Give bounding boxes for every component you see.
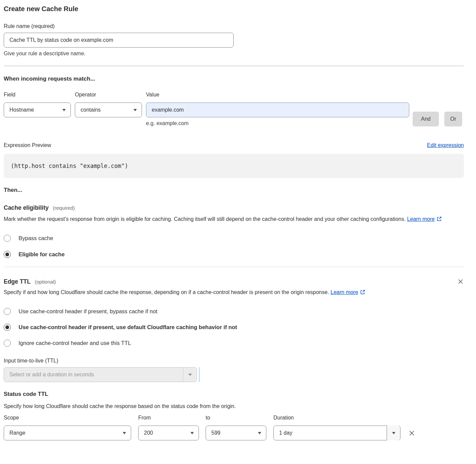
- scope-select[interactable]: Range: [4, 426, 131, 440]
- close-icon: [457, 281, 464, 286]
- chevron-down-icon: [62, 109, 66, 111]
- match-condition-row: Field Hostname Operator contains Value e…: [4, 91, 464, 126]
- then-heading: Then...: [4, 187, 464, 194]
- external-link-icon: [437, 215, 442, 225]
- chevron-down-icon: [123, 432, 126, 434]
- rule-name-help: Give your rule a descriptive name.: [4, 50, 464, 57]
- radio-option-bypass-cache[interactable]: Bypass cache: [4, 235, 464, 242]
- edge-ttl-optional-note: (optional): [35, 279, 56, 285]
- field-select[interactable]: Hostname: [4, 103, 71, 117]
- chevron-down-icon: [133, 109, 137, 111]
- cache-eligibility-required-note: (required): [53, 205, 75, 211]
- duration-select-value: 1 day: [279, 430, 292, 436]
- value-input[interactable]: example.com: [146, 103, 409, 117]
- cache-eligibility-description: Mark whether the request's response from…: [4, 214, 455, 225]
- divider: [4, 267, 464, 267]
- chevron-down-icon: [188, 374, 192, 376]
- field-select-value: Hostname: [9, 107, 34, 113]
- remove-status-ttl-button[interactable]: [408, 430, 415, 437]
- dropdown-arrow-button[interactable]: [183, 368, 197, 382]
- cache-eligibility-title: Cache eligibility: [4, 204, 49, 211]
- radio-label: Bypass cache: [19, 235, 53, 241]
- edge-ttl-title: Edge TTL: [4, 278, 31, 285]
- ttl-duration-placeholder: Select or add a duration in seconds: [9, 372, 94, 378]
- radio-label: Use cache-control header if present, byp…: [19, 308, 157, 315]
- from-select[interactable]: 200: [138, 426, 199, 440]
- or-button[interactable]: Or: [444, 112, 462, 126]
- duration-label: Duration: [273, 414, 400, 421]
- text-cursor: [199, 367, 200, 382]
- operator-select-value: contains: [81, 107, 101, 113]
- page-title: Create new Cache Rule: [4, 5, 464, 13]
- field-label: Field: [4, 91, 71, 98]
- value-input-value: example.com: [152, 107, 184, 113]
- cache-eligibility-description-text: Mark whether the request's response from…: [4, 216, 406, 222]
- radio-option-cc-bypass[interactable]: Use cache-control header if present, byp…: [4, 308, 464, 315]
- close-icon: [408, 433, 415, 438]
- radio-option-cc-ignore[interactable]: Ignore cache-control header and use this…: [4, 340, 464, 347]
- ttl-input-label: Input time-to-live (TTL): [4, 357, 464, 364]
- divider: [4, 66, 464, 66]
- expression-preview-label: Expression Preview: [4, 142, 51, 148]
- edge-ttl-learn-more-link[interactable]: Learn more: [331, 289, 358, 295]
- operator-label: Operator: [75, 91, 142, 98]
- edge-ttl-close-button[interactable]: [457, 278, 464, 285]
- radio-label: Ignore cache-control header and use this…: [19, 340, 131, 346]
- to-select[interactable]: 599: [206, 426, 266, 440]
- edit-expression-link[interactable]: Edit expression: [427, 142, 464, 148]
- rule-name-value: Cache TTL by status code on example.com: [9, 37, 113, 43]
- radio-label: Use cache-control header if present, use…: [19, 324, 237, 330]
- radio-icon[interactable]: [4, 251, 11, 258]
- radio-icon[interactable]: [4, 340, 11, 347]
- radio-icon[interactable]: [4, 324, 11, 331]
- operator-select[interactable]: contains: [75, 103, 142, 117]
- chevron-down-icon: [190, 432, 194, 434]
- scope-label: Scope: [4, 414, 131, 421]
- match-section-heading: When incoming requests match...: [4, 76, 464, 82]
- create-cache-rule-page: Create new Cache Rule Rule name (require…: [0, 0, 476, 440]
- external-link-icon: [360, 288, 365, 298]
- radio-label: Eligible for cache: [19, 251, 65, 258]
- expression-code-box: (http.host contains "example.com"): [4, 154, 464, 178]
- expression-preview-row: Expression Preview Edit expression: [4, 142, 464, 148]
- rule-name-input[interactable]: Cache TTL by status code on example.com: [4, 33, 234, 48]
- status-code-ttl-row: Scope Range From 200 to 599 Duration 1 d…: [4, 414, 464, 440]
- status-code-ttl-title: Status code TTL: [4, 391, 464, 398]
- to-label: to: [206, 414, 266, 421]
- value-label: Value: [146, 91, 409, 98]
- duration-select[interactable]: 1 day: [273, 426, 400, 440]
- cache-eligibility-learn-more-link[interactable]: Learn more: [407, 216, 435, 222]
- rule-name-label: Rule name (required): [4, 23, 464, 29]
- to-select-value: 599: [211, 430, 220, 436]
- radio-option-cc-default[interactable]: Use cache-control header if present, use…: [4, 324, 464, 331]
- chevron-down-icon: [258, 432, 261, 434]
- radio-icon[interactable]: [4, 235, 11, 242]
- status-code-ttl-description: Specify how long Cloudflare should cache…: [4, 401, 464, 411]
- and-button[interactable]: And: [413, 112, 439, 126]
- from-select-value: 200: [144, 430, 153, 436]
- edge-ttl-description: Specify if and how long Cloudflare shoul…: [4, 287, 375, 298]
- dropdown-arrow-button[interactable]: [387, 426, 400, 440]
- ttl-duration-select[interactable]: Select or add a duration in seconds: [4, 367, 197, 382]
- radio-option-eligible-for-cache[interactable]: Eligible for cache: [4, 251, 464, 258]
- from-label: From: [138, 414, 199, 421]
- value-help: e.g. example.com: [146, 120, 409, 126]
- expression-code: (http.host contains "example.com"): [11, 163, 128, 169]
- chevron-down-icon: [392, 432, 395, 434]
- edge-ttl-description-text: Specify if and how long Cloudflare shoul…: [4, 289, 329, 295]
- scope-select-value: Range: [9, 430, 25, 436]
- radio-icon[interactable]: [4, 308, 11, 315]
